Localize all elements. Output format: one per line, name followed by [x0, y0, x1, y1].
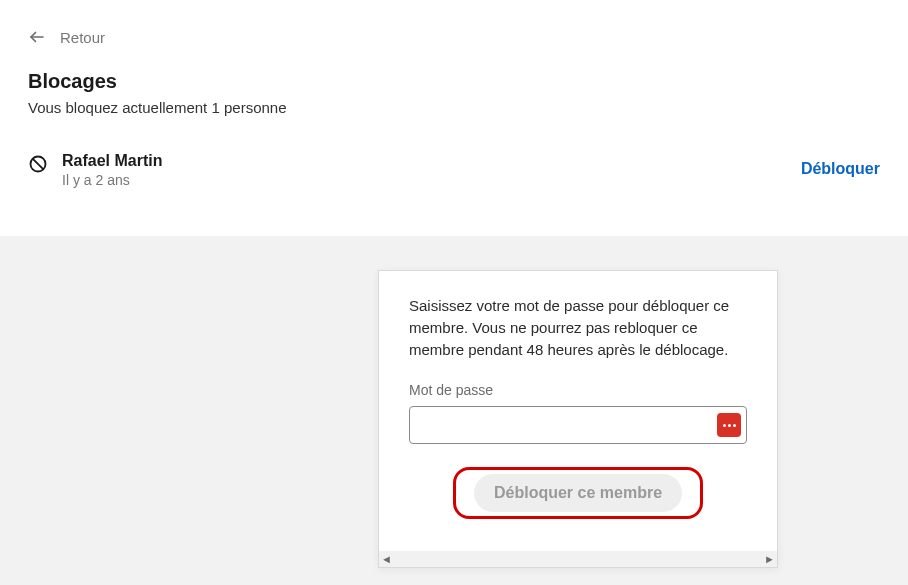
- scroll-right-icon[interactable]: ►: [764, 553, 775, 565]
- password-input[interactable]: [409, 406, 747, 444]
- password-manager-icon[interactable]: [717, 413, 741, 437]
- modal-body: Saisissez votre mot de passe pour débloq…: [379, 271, 777, 551]
- page-subtitle: Vous bloquez actuellement 1 personne: [28, 99, 880, 116]
- page-title: Blocages: [28, 70, 880, 93]
- scroll-left-icon[interactable]: ◄: [381, 553, 392, 565]
- arrow-left-icon: [28, 28, 46, 46]
- block-icon: [28, 154, 48, 174]
- blocked-user-info: Rafael Martin Il y a 2 ans: [28, 152, 162, 188]
- svg-line-2: [33, 159, 44, 170]
- blocked-user-name: Rafael Martin: [62, 152, 162, 170]
- password-label: Mot de passe: [409, 382, 747, 398]
- modal-instruction: Saisissez votre mot de passe pour débloq…: [409, 295, 747, 360]
- blocked-user-time: Il y a 2 ans: [62, 172, 162, 188]
- back-button[interactable]: Retour: [28, 28, 880, 46]
- blocked-user-row: Rafael Martin Il y a 2 ans Débloquer: [28, 152, 880, 188]
- back-label: Retour: [60, 29, 105, 46]
- horizontal-scrollbar[interactable]: ◄ ►: [379, 551, 777, 567]
- blocking-panel: Retour Blocages Vous bloquez actuellemen…: [0, 0, 908, 236]
- submit-wrap: Débloquer ce membre: [409, 474, 747, 520]
- unblock-link[interactable]: Débloquer: [801, 160, 880, 178]
- unblock-password-modal: Saisissez votre mot de passe pour débloq…: [378, 270, 778, 568]
- unblock-submit-button[interactable]: Débloquer ce membre: [474, 474, 682, 512]
- password-field-wrap: [409, 406, 747, 444]
